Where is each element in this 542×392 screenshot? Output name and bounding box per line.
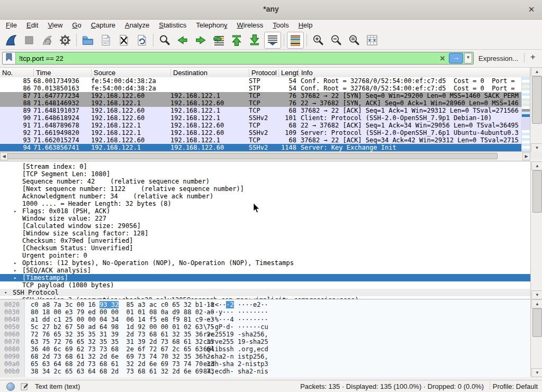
filter-bookmark-button[interactable]	[3, 52, 16, 64]
open-file-button[interactable]	[79, 32, 96, 49]
packet-row-86[interactable]: 8670.013850163fe:54:00:d4:38:2aSTP54Conf…	[0, 85, 530, 92]
detail-line[interactable]: [Next sequence number: 1122 (relative se…	[0, 185, 530, 193]
hex-ascii[interactable]: ···%···4 ········	[203, 316, 268, 323]
detail-line[interactable]: ▾SSH Protocol	[0, 289, 530, 296]
capture-comment-icon[interactable]	[20, 382, 29, 392]
hex-row-00b0[interactable]: 00b038 34 2c 65 63 64 68 2d 73 68 61 32 …	[0, 368, 530, 375]
packet-list-vscrollbar[interactable]: ▲ ▼	[530, 67, 542, 152]
detail-line[interactable]: 1000 .... = Header Length: 32 bytes (8)	[0, 200, 530, 207]
menu-edit[interactable]: Edit	[22, 21, 43, 29]
hex-row-0050[interactable]: 00505c 27 b2 67 50 ad 64 98 1d 92 00 00 …	[0, 323, 530, 331]
packet-row-89[interactable]: 8971.648191037192.168.122.60192.168.122.…	[0, 107, 530, 114]
hex-ascii[interactable]: 6@libssh .org,ecd	[203, 345, 268, 353]
detail-line[interactable]: ▸[Timestamps]	[0, 274, 530, 281]
detail-line[interactable]: [Stream index: 0]	[0, 163, 530, 170]
hex-ascii[interactable]: rve25519 -sha256,	[203, 331, 268, 338]
column-header-destination[interactable]: Destination	[170, 69, 249, 77]
restart-capture-button[interactable]	[39, 32, 56, 49]
colorize-button[interactable]	[287, 32, 304, 49]
detail-line[interactable]: [TCP Segment Len: 1080]	[0, 170, 530, 178]
expanded-arrow-icon[interactable]: ▾	[4, 289, 7, 296]
hex-row-0060[interactable]: 006072 76 65 32 35 35 31 39 2d 73 68 61 …	[0, 331, 530, 338]
hex-row-0090[interactable]: 009068 2d 73 68 61 32 2d 6e 69 73 74 70 …	[0, 353, 530, 360]
close-window-button[interactable]: ✕	[526, 4, 537, 15]
detail-line[interactable]: ▸Options: (12 bytes), No-Operation (NOP)…	[0, 259, 530, 267]
start-capture-button[interactable]	[3, 32, 20, 49]
menu-help[interactable]: Help	[294, 21, 318, 29]
go-to-packet-button[interactable]	[210, 32, 227, 49]
hex-bytes[interactable]: 72 76 65 32 35 35 31 39 2d 73 68 61 32 3…	[31, 331, 214, 338]
column-header-protocol[interactable]: Protocol	[249, 69, 278, 77]
hex-bytes[interactable]: 5c 27 b2 67 50 ad 64 98 1d 92 00 00 01 0…	[31, 323, 214, 331]
packet-row-92[interactable]: 9271.661949820192.168.122.1192.168.122.6…	[0, 129, 530, 136]
expression-button[interactable]: Expression...	[478, 54, 518, 62]
hex-ascii[interactable]: \'·gP·d· ······cu	[203, 323, 268, 331]
scroll-up-icon[interactable]: ▲	[531, 161, 542, 170]
hex-ascii[interactable]: h-sha2-n istp256,	[203, 353, 268, 360]
collapsed-arrow-icon[interactable]: ▸	[14, 274, 16, 281]
detail-line[interactable]: Window size value: 227	[0, 215, 530, 222]
scrollbar-thumb[interactable]	[532, 76, 542, 124]
scroll-up-icon[interactable]: ▲	[531, 67, 542, 76]
detail-line[interactable]: Sequence number: 42 (relative sequence n…	[0, 178, 530, 185]
filter-dropdown-icon[interactable]: ▼	[464, 53, 472, 63]
hex-row-0040[interactable]: 0040a1 dd c1 25 00 00 04 34 06 14 f5 e8 …	[0, 316, 530, 323]
hex-ascii[interactable]: ····y··· ········	[203, 308, 268, 316]
ascii-selected-chars[interactable]: ·2	[226, 301, 233, 308]
expert-info-icon[interactable]	[6, 382, 15, 391]
collapsed-arrow-icon[interactable]: ▸	[14, 207, 16, 215]
save-file-button[interactable]: 010101100011	[97, 32, 114, 49]
title-bar[interactable]: *any ✕	[0, 0, 542, 20]
hex-bytes[interactable]: 38 34 2c 65 63 64 68 2d 73 68 61 32 2d 6…	[31, 368, 214, 375]
scroll-up-icon[interactable]: ▲	[531, 299, 542, 308]
scrollbar-thumb[interactable]	[7, 153, 498, 159]
scroll-left-icon[interactable]: ◀	[0, 152, 8, 160]
display-filter-input[interactable]	[16, 53, 437, 63]
scrollbar-thumb[interactable]	[532, 308, 542, 337]
hex-ascii[interactable]: ··z<···2 ····e2··	[203, 301, 268, 308]
hex-ascii[interactable]: 84,ecdh- sha2-nis	[203, 368, 268, 375]
packet-row-94[interactable]: 9471.663856741192.168.122.1192.168.122.6…	[0, 144, 530, 151]
packet-list-minimap[interactable]	[521, 77, 530, 151]
scrollbar-thumb[interactable]	[532, 170, 542, 213]
menu-file[interactable]: File	[1, 21, 22, 29]
hex-bytes[interactable]: c0 a8 7a 3c 00 16 93 32 85 a3 ac c0 65 3…	[31, 301, 214, 308]
detail-line[interactable]: [Calculated window size: 29056]	[0, 222, 530, 230]
menu-telephony[interactable]: Telephony	[191, 21, 232, 29]
hex-bytes[interactable]: a1 dd c1 25 00 00 04 34 06 14 f5 e8 f9 8…	[31, 316, 214, 323]
packet-list-hscrollbar[interactable]: ◀ ▶	[0, 151, 530, 160]
detail-vscrollbar[interactable]: ▲ ▼	[530, 161, 542, 299]
packet-row-87[interactable]: 8771.647777234192.168.122.60192.168.122.…	[0, 92, 530, 99]
reload-file-button[interactable]	[133, 32, 150, 49]
menu-statistics[interactable]: Statistics	[154, 21, 191, 29]
hex-bytes[interactable]: 68 2d 73 68 61 32 2d 6e 69 73 74 70 32 3…	[31, 353, 214, 360]
collapsed-arrow-icon[interactable]: ▸	[14, 259, 16, 267]
hex-bytes[interactable]: 65 63 64 68 2d 73 68 61 32 2d 6e 69 73 7…	[31, 360, 214, 368]
scroll-down-icon[interactable]: ▼	[531, 368, 542, 377]
packet-row-90[interactable]: 9071.648618924192.168.122.60192.168.122.…	[0, 114, 530, 122]
detail-line[interactable]: Checksum: 0x79ed [unverified]	[0, 237, 530, 244]
packet-row-88[interactable]: 8871.648146932192.168.122.1192.168.122.6…	[0, 99, 530, 107]
menu-capture[interactable]: Capture	[86, 21, 120, 29]
detail-line[interactable]: [Window size scaling factor: 128]	[0, 230, 530, 237]
close-file-button[interactable]	[115, 32, 132, 49]
hex-bytes[interactable]: 80 18 00 e3 79 ed 00 00 01 01 08 0a d9 8…	[31, 308, 214, 316]
hex-bytes[interactable]: 63 75 72 76 65 32 35 35 31 39 2d 73 68 6…	[31, 338, 214, 345]
menu-analyze[interactable]: Analyze	[120, 21, 154, 29]
hex-row-00a0[interactable]: 00a065 63 64 68 2d 73 68 61 32 2d 6e 69 …	[0, 360, 530, 368]
hex-row-0030[interactable]: 003080 18 00 e3 79 ed 00 00 01 01 08 0a …	[0, 308, 530, 316]
filter-add-button[interactable]: +	[530, 52, 535, 62]
zoom-in-button[interactable]	[310, 32, 327, 49]
hex-ascii[interactable]: curve255 19-sha25	[203, 338, 268, 345]
detail-line[interactable]: [Checksum Status: Unverified]	[0, 244, 530, 252]
detail-line[interactable]: Acknowledgment number: 34 (relative ack …	[0, 193, 530, 200]
column-header-info[interactable]: Info	[299, 69, 521, 77]
zoom-out-button[interactable]	[328, 32, 345, 49]
zoom-reset-button[interactable]	[346, 32, 363, 49]
status-profile[interactable]: Profile: Default	[493, 382, 538, 390]
find-packet-button[interactable]	[156, 32, 173, 49]
resize-columns-button[interactable]	[364, 32, 381, 49]
auto-scroll-button[interactable]	[264, 32, 281, 49]
hex-vscrollbar[interactable]: ▲ ▼	[530, 299, 542, 377]
hex-ascii[interactable]: ecdh-sha 2-nistp3	[203, 360, 268, 368]
